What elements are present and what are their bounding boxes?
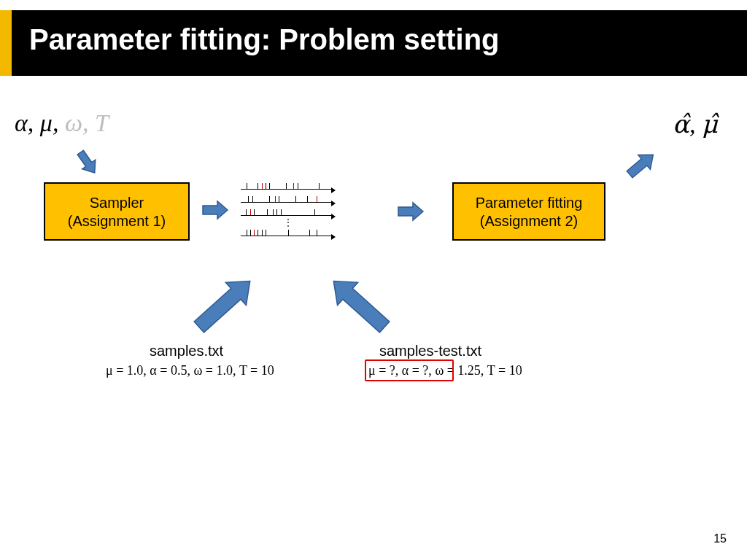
arrow-data-to-fitting-icon [394, 197, 430, 226]
arrow-file2-to-data-icon [314, 262, 401, 343]
file2-name: samples-test.txt [379, 343, 481, 359]
slide: Parameter fitting: Problem setting α, μ,… [0, 0, 747, 560]
fitting-line1: Parameter fitting [476, 195, 583, 211]
sampler-line1: Sampler [90, 195, 144, 211]
arrow-sampler-to-data-icon [198, 195, 235, 225]
arrow-fitting-to-output-icon [620, 142, 664, 186]
arrow-file1-to-data-icon [182, 262, 270, 343]
timeline-row [241, 181, 336, 191]
event-timelines-graphic: ⋮ [241, 181, 336, 246]
title-bar: Parameter fitting: Problem setting [0, 10, 747, 76]
page-number: 15 [713, 532, 727, 545]
unknown-highlight-box [365, 359, 454, 381]
input-params-active: α, μ, [15, 109, 58, 136]
fitting-box: Parameter fitting (Assignment 2) [452, 182, 605, 241]
file1-name: samples.txt [150, 343, 223, 359]
arrow-params-to-sampler-icon [69, 144, 106, 181]
sampler-box: Sampler (Assignment 1) [44, 182, 190, 241]
timeline-row [241, 228, 336, 238]
fitting-line2: (Assignment 2) [480, 213, 578, 229]
input-params-dim: ω, T [58, 109, 108, 136]
slide-title: Parameter fitting: Problem setting [29, 23, 500, 56]
ellipsis-icon: ⋮ [241, 220, 336, 225]
timeline-row [241, 194, 336, 204]
input-params: α, μ, ω, T [15, 109, 109, 137]
file1-params: μ = 1.0, α = 0.5, ω = 1.0, T = 10 [106, 363, 274, 378]
timeline-row [241, 207, 336, 217]
sampler-line2: (Assignment 1) [68, 213, 166, 229]
title-accent [0, 10, 12, 76]
output-params: α̂, μ̂ [673, 109, 718, 139]
